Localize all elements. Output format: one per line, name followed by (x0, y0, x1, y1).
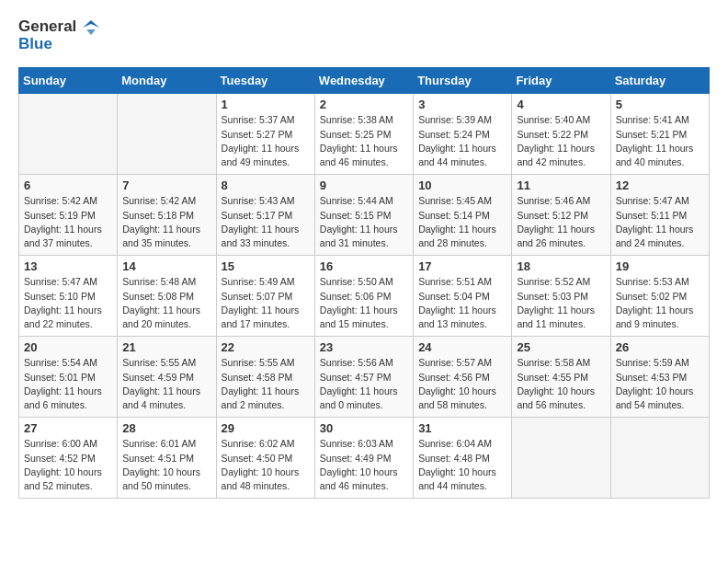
day-number: 5 (616, 98, 704, 111)
calendar-cell: 6 Sunrise: 5:42 AM Sunset: 5:19 PM Dayli… (19, 175, 118, 256)
calendar-cell: 3 Sunrise: 5:39 AM Sunset: 5:24 PM Dayli… (414, 94, 512, 175)
day-number: 16 (320, 259, 408, 273)
logo-general: General (18, 17, 76, 35)
calendar-cell: 31 Sunrise: 6:04 AM Sunset: 4:48 PM Dayl… (414, 418, 512, 499)
day-info: Sunrise: 5:48 AM Sunset: 5:08 PM Dayligh… (122, 275, 210, 331)
day-number: 15 (222, 259, 310, 273)
calendar-cell (19, 94, 118, 175)
calendar-cell: 8 Sunrise: 5:43 AM Sunset: 5:17 PM Dayli… (216, 175, 314, 256)
calendar-cell: 28 Sunrise: 6:01 AM Sunset: 4:51 PM Dayl… (118, 418, 216, 499)
weekday-header: Sunday (19, 68, 118, 94)
calendar-cell: 19 Sunrise: 5:53 AM Sunset: 5:02 PM Dayl… (610, 256, 709, 337)
day-number: 8 (222, 178, 310, 192)
day-info: Sunrise: 5:38 AM Sunset: 5:25 PM Dayligh… (320, 113, 408, 169)
calendar-cell: 11 Sunrise: 5:46 AM Sunset: 5:12 PM Dayl… (512, 175, 610, 256)
logo-text: General Blue (18, 18, 99, 52)
calendar-cell (512, 418, 610, 499)
day-info: Sunrise: 5:40 AM Sunset: 5:22 PM Dayligh… (517, 113, 605, 169)
day-number: 10 (418, 178, 506, 192)
day-number: 26 (616, 340, 704, 354)
calendar-week-row: 27 Sunrise: 6:00 AM Sunset: 4:52 PM Dayl… (19, 418, 710, 499)
calendar-cell: 15 Sunrise: 5:49 AM Sunset: 5:07 PM Dayl… (216, 256, 314, 337)
day-number: 27 (24, 421, 112, 435)
calendar-cell: 25 Sunrise: 5:58 AM Sunset: 4:55 PM Dayl… (512, 337, 610, 418)
day-number: 2 (320, 98, 408, 111)
calendar-cell: 1 Sunrise: 5:37 AM Sunset: 5:27 PM Dayli… (216, 94, 314, 175)
calendar-cell: 21 Sunrise: 5:55 AM Sunset: 4:59 PM Dayl… (118, 337, 216, 418)
calendar-week-row: 20 Sunrise: 5:54 AM Sunset: 5:01 PM Dayl… (19, 337, 710, 418)
weekday-header: Thursday (414, 68, 512, 94)
day-number: 7 (122, 178, 210, 192)
calendar-cell: 2 Sunrise: 5:38 AM Sunset: 5:25 PM Dayli… (314, 94, 413, 175)
day-number: 12 (616, 178, 704, 192)
day-number: 9 (320, 178, 408, 192)
logo: General Blue (18, 18, 99, 52)
calendar-cell: 22 Sunrise: 5:55 AM Sunset: 4:58 PM Dayl… (216, 337, 314, 418)
weekday-header: Tuesday (216, 68, 314, 94)
calendar-cell: 27 Sunrise: 6:00 AM Sunset: 4:52 PM Dayl… (19, 418, 118, 499)
calendar-cell: 30 Sunrise: 6:03 AM Sunset: 4:49 PM Dayl… (314, 418, 413, 499)
weekday-header: Wednesday (314, 68, 413, 94)
svg-marker-1 (86, 29, 96, 35)
day-number: 13 (24, 259, 112, 273)
calendar-week-row: 6 Sunrise: 5:42 AM Sunset: 5:19 PM Dayli… (19, 175, 710, 256)
day-info: Sunrise: 5:50 AM Sunset: 5:06 PM Dayligh… (320, 275, 408, 331)
calendar-cell (610, 418, 709, 499)
day-info: Sunrise: 5:56 AM Sunset: 4:57 PM Dayligh… (320, 356, 408, 412)
page-header: General Blue (18, 18, 710, 52)
day-number: 23 (320, 340, 408, 354)
day-number: 25 (517, 340, 605, 354)
calendar-cell: 16 Sunrise: 5:50 AM Sunset: 5:06 PM Dayl… (314, 256, 413, 337)
day-info: Sunrise: 5:55 AM Sunset: 4:59 PM Dayligh… (122, 356, 210, 412)
day-info: Sunrise: 5:55 AM Sunset: 4:58 PM Dayligh… (222, 356, 310, 412)
day-info: Sunrise: 6:03 AM Sunset: 4:49 PM Dayligh… (320, 437, 408, 493)
day-number: 11 (517, 178, 605, 192)
logo-blue: Blue (18, 35, 52, 52)
day-number: 28 (122, 421, 210, 435)
day-info: Sunrise: 5:57 AM Sunset: 4:56 PM Dayligh… (418, 356, 506, 412)
day-info: Sunrise: 6:01 AM Sunset: 4:51 PM Dayligh… (122, 437, 210, 493)
calendar-week-row: 13 Sunrise: 5:47 AM Sunset: 5:10 PM Dayl… (19, 256, 710, 337)
day-info: Sunrise: 5:44 AM Sunset: 5:15 PM Dayligh… (320, 194, 408, 250)
day-info: Sunrise: 5:53 AM Sunset: 5:02 PM Dayligh… (616, 275, 704, 331)
day-number: 19 (616, 259, 704, 273)
calendar-cell: 18 Sunrise: 5:52 AM Sunset: 5:03 PM Dayl… (512, 256, 610, 337)
day-number: 4 (517, 98, 605, 111)
weekday-header: Friday (512, 68, 610, 94)
calendar-cell: 13 Sunrise: 5:47 AM Sunset: 5:10 PM Dayl… (19, 256, 118, 337)
day-info: Sunrise: 6:02 AM Sunset: 4:50 PM Dayligh… (222, 437, 310, 493)
day-info: Sunrise: 5:39 AM Sunset: 5:24 PM Dayligh… (418, 113, 506, 169)
calendar-header-row: SundayMondayTuesdayWednesdayThursdayFrid… (19, 68, 710, 94)
day-info: Sunrise: 5:42 AM Sunset: 5:18 PM Dayligh… (122, 194, 210, 250)
day-number: 31 (418, 421, 506, 435)
day-number: 21 (122, 340, 210, 354)
day-number: 24 (418, 340, 506, 354)
calendar-cell: 7 Sunrise: 5:42 AM Sunset: 5:18 PM Dayli… (118, 175, 216, 256)
day-info: Sunrise: 5:51 AM Sunset: 5:04 PM Dayligh… (418, 275, 506, 331)
weekday-header: Saturday (610, 68, 709, 94)
calendar-cell: 23 Sunrise: 5:56 AM Sunset: 4:57 PM Dayl… (314, 337, 413, 418)
day-info: Sunrise: 5:47 AM Sunset: 5:10 PM Dayligh… (24, 275, 112, 331)
day-number: 20 (24, 340, 112, 354)
calendar-cell: 4 Sunrise: 5:40 AM Sunset: 5:22 PM Dayli… (512, 94, 610, 175)
calendar-cell (118, 94, 216, 175)
day-info: Sunrise: 5:47 AM Sunset: 5:11 PM Dayligh… (616, 194, 704, 250)
calendar-cell: 5 Sunrise: 5:41 AM Sunset: 5:21 PM Dayli… (610, 94, 709, 175)
day-number: 3 (418, 98, 506, 111)
day-info: Sunrise: 5:46 AM Sunset: 5:12 PM Dayligh… (517, 194, 605, 250)
day-info: Sunrise: 6:00 AM Sunset: 4:52 PM Dayligh… (24, 437, 112, 493)
day-info: Sunrise: 5:52 AM Sunset: 5:03 PM Dayligh… (517, 275, 605, 331)
day-info: Sunrise: 5:45 AM Sunset: 5:14 PM Dayligh… (418, 194, 506, 250)
calendar-cell: 9 Sunrise: 5:44 AM Sunset: 5:15 PM Dayli… (314, 175, 413, 256)
day-number: 22 (222, 340, 310, 354)
day-number: 30 (320, 421, 408, 435)
calendar-cell: 17 Sunrise: 5:51 AM Sunset: 5:04 PM Dayl… (414, 256, 512, 337)
day-number: 1 (222, 98, 310, 111)
calendar-week-row: 1 Sunrise: 5:37 AM Sunset: 5:27 PM Dayli… (19, 94, 710, 175)
day-info: Sunrise: 5:37 AM Sunset: 5:27 PM Dayligh… (222, 113, 310, 169)
day-info: Sunrise: 5:42 AM Sunset: 5:19 PM Dayligh… (24, 194, 112, 250)
calendar-table: SundayMondayTuesdayWednesdayThursdayFrid… (18, 67, 710, 499)
day-info: Sunrise: 5:41 AM Sunset: 5:21 PM Dayligh… (616, 113, 704, 169)
weekday-header: Monday (118, 68, 216, 94)
svg-marker-0 (83, 20, 99, 28)
